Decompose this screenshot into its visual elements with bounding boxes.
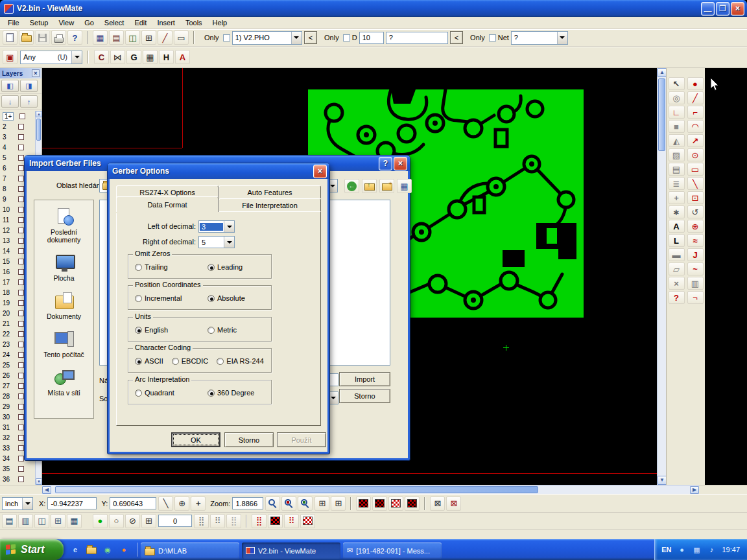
zoom-box-icon[interactable]: ⊡ [687,191,704,204]
circle-tool-icon[interactable]: ○ [109,514,124,528]
net-tool-icon[interactable]: ~ [687,262,704,275]
radio-eia-rs-244[interactable]: EIA RS-244 [217,357,263,365]
rect-outline-icon[interactable]: ▭ [687,163,704,176]
layer-row-2[interactable]: 2 [0,121,35,132]
pattern-x-icon[interactable]: ⊠ [430,496,445,511]
grid-dots-icon[interactable]: ⣿ [194,514,209,528]
film-pattern-icon[interactable] [372,496,387,511]
layer-row-35[interactable]: 35 [0,463,35,474]
radio-trailing[interactable]: Trailing [135,263,192,271]
layer-color-swatch[interactable] [18,248,24,254]
minimize-button[interactable]: — [701,2,715,16]
layer-color-swatch[interactable] [18,456,24,461]
save-icon[interactable] [35,30,50,45]
scroll-right-icon[interactable]: ▶ [690,486,699,494]
flash-pad-icon[interactable]: ● [687,77,704,90]
print-icon[interactable] [51,30,66,45]
apply-button[interactable]: Použít [277,432,326,447]
layer-table-icon[interactable]: ◧ [1,80,19,92]
open-file-icon[interactable] [19,30,34,45]
layer-color-swatch[interactable] [18,290,24,296]
net-combo[interactable]: ? [511,31,568,45]
tab-data-format[interactable]: Data Format [116,196,219,212]
layer-color-swatch[interactable] [18,217,24,223]
layer-color-swatch[interactable] [18,279,24,285]
menu-go[interactable]: Go [79,18,99,28]
layer-color-swatch[interactable] [18,352,24,358]
dropdown-arrow-icon[interactable] [71,51,82,64]
layer-color-swatch[interactable] [18,373,24,379]
scrollbar-thumb[interactable] [55,486,538,493]
red-dots-icon[interactable]: ⠿ [284,514,299,528]
end-tool-icon[interactable]: ¬ [687,291,704,304]
export-tool-icon[interactable]: ▥ [687,277,704,290]
text-display-icon[interactable]: A [175,50,190,64]
media-player-icon[interactable]: ◉ [102,544,113,555]
layer-color-swatch[interactable] [18,238,24,244]
only-dcode-checkbox[interactable] [343,34,350,41]
pad-pattern-icon[interactable] [388,496,403,511]
radio-english[interactable]: English [135,326,192,334]
menu-edit[interactable]: Edit [129,18,152,28]
highlight-mode-icon[interactable]: H [159,50,174,64]
only-layer-checkbox[interactable] [223,34,230,41]
wave-tool-icon[interactable]: ≈ [687,234,704,247]
dropdown-arrow-icon[interactable] [224,221,234,232]
up-folder-icon[interactable] [362,179,377,193]
layer-color-swatch[interactable] [18,228,24,233]
clock[interactable]: 19:47 [722,546,740,554]
grid-dots-fine-icon[interactable]: ⠿ [210,514,225,528]
aperture-flash-icon[interactable]: ▣ [3,50,18,64]
goto-dcode-icon[interactable]: G [126,50,141,64]
place-documents[interactable]: Dokumenty [36,291,93,320]
tab-auto-features[interactable]: Auto Features [219,185,321,198]
layer-color-swatch[interactable] [18,393,24,399]
layer-color-swatch[interactable] [18,269,24,275]
task-mlab[interactable]: D:\MLAB [141,542,239,559]
close-button[interactable]: × [731,2,744,16]
layer-color-swatch[interactable] [18,414,24,420]
status-light-icon[interactable]: ● [93,514,108,528]
row-stack-icon[interactable]: ≣ [669,177,685,190]
scrollbar-thumb[interactable] [658,78,665,151]
measure-diagonal-icon[interactable]: ╲ [158,496,173,511]
firefox-icon[interactable]: ● [118,544,130,555]
label-tool-icon[interactable]: L [669,234,685,247]
layer-color-swatch[interactable] [18,466,24,472]
bar-tool-icon[interactable]: ▬ [669,248,685,261]
layer-color-swatch[interactable] [18,145,24,150]
menu-help[interactable]: Help [208,18,233,28]
grid-settings-icon[interactable]: ⊞ [141,30,156,45]
aperture-list-icon[interactable]: ▤ [109,30,124,45]
origin-target-icon[interactable]: ⊕ [174,496,189,511]
layer-color-swatch[interactable] [18,134,24,140]
unit-combo[interactable]: inch [2,497,33,510]
layer-file-combo[interactable]: 1) V2.PHO [232,31,302,45]
place-network[interactable]: Místa v síti [36,368,93,397]
net-compare-icon[interactable]: ⋈ [110,50,125,64]
layer-color-swatch[interactable] [18,186,24,192]
layer-color-swatch[interactable] [18,321,24,327]
next-step-icon[interactable]: ⊞ [51,514,65,528]
import-button[interactable]: Import [339,372,390,386]
task-messenger[interactable]: ✉[191-482-091] - Mess... [343,542,442,559]
layer-color-swatch[interactable] [18,165,24,171]
language-indicator[interactable]: EN [661,546,671,554]
only-net-checkbox[interactable] [489,34,496,41]
cancel-button[interactable]: Storno [339,389,390,403]
right-of-decimal-combo[interactable]: 5 [198,236,235,248]
last-step-icon[interactable]: ▦ [67,514,82,528]
layer-row-4[interactable]: 4 [0,142,35,152]
pattern-clear-icon[interactable]: ⊠ [446,496,461,511]
place-computer[interactable]: Tento počítač [36,329,93,358]
clear-highlight-icon[interactable]: C [94,50,109,64]
rotate-tool-icon[interactable]: ↺ [687,205,704,218]
layers-panel-header[interactable]: Layers × [0,68,42,78]
dialog-close-button[interactable]: × [394,157,407,170]
hatch-fill-icon[interactable]: ▨ [669,148,685,161]
zoom-all-icon[interactable] [298,496,313,511]
prev-layer-button[interactable]: < [304,31,317,44]
zoom-window-icon[interactable] [281,496,296,511]
circle-slash-icon[interactable]: ⊘ [125,514,140,528]
layer-row-1[interactable]: 1+ [0,111,35,121]
